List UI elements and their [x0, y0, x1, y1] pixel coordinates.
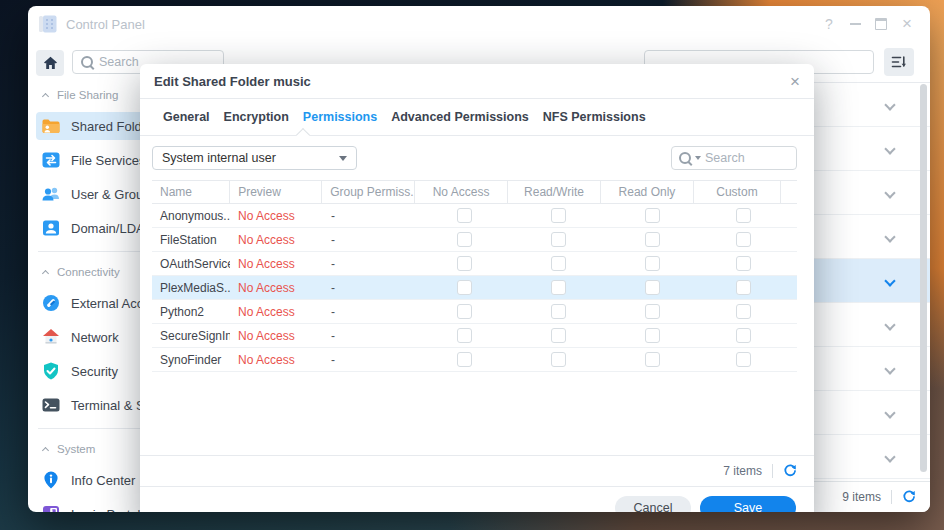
checkbox-read-only[interactable]	[645, 208, 660, 223]
control-panel-icon	[38, 14, 58, 34]
cell-name: SynoFinder	[152, 353, 230, 367]
chevron-down-icon[interactable]	[884, 451, 895, 462]
column-header-custom[interactable]: Custom	[693, 181, 780, 203]
checkbox-read-write[interactable]	[551, 328, 566, 343]
checkbox-custom[interactable]	[736, 328, 751, 343]
cell-name: PlexMediaS...	[152, 281, 230, 295]
checkbox-custom[interactable]	[736, 208, 751, 223]
window-controls: ? ×	[816, 11, 920, 37]
chevron-up-icon	[42, 270, 49, 277]
chevron-down-icon[interactable]	[884, 363, 895, 374]
search-icon	[679, 152, 691, 164]
table-row-selected[interactable]: PlexMediaS... No Access -	[152, 276, 797, 300]
dialog-close-icon[interactable]: ×	[790, 73, 800, 90]
table-row[interactable]: SynoFinder No Access -	[152, 348, 797, 372]
sidebar-item-label: Network	[71, 330, 119, 345]
checkbox-custom[interactable]	[736, 232, 751, 247]
chevron-down-icon[interactable]	[884, 187, 895, 198]
cell-group-permissions: -	[323, 329, 417, 343]
table-row[interactable]: FileStation No Access -	[152, 228, 797, 252]
cell-preview: No Access	[230, 353, 323, 367]
checkbox-no-access[interactable]	[457, 232, 472, 247]
table-header: Name Preview Group Permiss... No Access …	[152, 180, 797, 204]
sidebar-item-label: Security	[71, 364, 118, 379]
checkbox-read-write[interactable]	[551, 256, 566, 271]
checkbox-read-only[interactable]	[645, 280, 660, 295]
checkbox-custom[interactable]	[736, 280, 751, 295]
chevron-down-icon[interactable]	[884, 319, 895, 330]
checkbox-read-write[interactable]	[551, 352, 566, 367]
cell-name: SecureSignIn	[152, 329, 230, 343]
refresh-icon[interactable]	[902, 490, 916, 504]
dialog-controls: System internal user	[140, 136, 814, 180]
tab-general[interactable]: General	[156, 110, 217, 124]
checkbox-no-access[interactable]	[457, 208, 472, 223]
checkbox-read-only[interactable]	[645, 256, 660, 271]
minimize-icon[interactable]	[842, 11, 868, 37]
tab-advanced-permissions[interactable]: Advanced Permissions	[384, 110, 536, 124]
column-header-group-permissions[interactable]: Group Permiss...	[321, 181, 414, 203]
chevron-down-icon[interactable]	[884, 99, 895, 110]
login-portal-icon	[41, 504, 61, 512]
table-row[interactable]: Python2 No Access -	[152, 300, 797, 324]
table-row[interactable]: OAuthService No Access -	[152, 252, 797, 276]
close-icon[interactable]: ×	[894, 11, 920, 37]
cell-preview: No Access	[230, 281, 323, 295]
sort-icon	[891, 55, 907, 69]
tab-encryption[interactable]: Encryption	[217, 110, 296, 124]
window-titlebar[interactable]: Control Panel ? ×	[28, 6, 930, 42]
scrollbar[interactable]	[920, 84, 927, 472]
window-title: Control Panel	[66, 17, 145, 32]
dialog-search-input[interactable]	[705, 151, 789, 165]
divider	[891, 490, 892, 504]
column-header-read-only[interactable]: Read Only	[600, 181, 693, 203]
column-header-no-access[interactable]: No Access	[414, 181, 507, 203]
chevron-down-icon[interactable]	[884, 143, 895, 154]
help-icon[interactable]: ?	[816, 11, 842, 37]
refresh-icon[interactable]	[783, 464, 797, 478]
chevron-down-icon[interactable]	[884, 275, 895, 286]
user-type-select[interactable]: System internal user	[152, 146, 357, 170]
checkbox-custom[interactable]	[736, 304, 751, 319]
domain-ldap-icon	[41, 218, 61, 238]
table-row[interactable]: SecureSignIn No Access -	[152, 324, 797, 348]
column-header-read-write[interactable]: Read/Write	[507, 181, 600, 203]
cell-name: OAuthService	[152, 257, 230, 271]
checkbox-read-only[interactable]	[645, 304, 660, 319]
checkbox-no-access[interactable]	[457, 280, 472, 295]
section-label: File Sharing	[57, 89, 118, 101]
checkbox-read-write[interactable]	[551, 208, 566, 223]
tab-permissions[interactable]: Permissions	[296, 110, 384, 124]
dialog-search[interactable]	[671, 146, 797, 170]
tab-nfs-permissions[interactable]: NFS Permissions	[536, 110, 653, 124]
checkbox-no-access[interactable]	[457, 328, 472, 343]
checkbox-no-access[interactable]	[457, 304, 472, 319]
cell-preview: No Access	[230, 209, 323, 223]
maximize-icon[interactable]	[868, 11, 894, 37]
checkbox-custom[interactable]	[736, 256, 751, 271]
checkbox-no-access[interactable]	[457, 256, 472, 271]
save-button[interactable]: Save	[700, 496, 796, 513]
checkbox-read-only[interactable]	[645, 328, 660, 343]
checkbox-read-write[interactable]	[551, 232, 566, 247]
checkbox-read-only[interactable]	[645, 232, 660, 247]
cancel-button[interactable]: Cancel	[615, 496, 691, 513]
permissions-table: Name Preview Group Permiss... No Access …	[152, 180, 797, 372]
sort-button[interactable]	[884, 48, 914, 76]
cell-group-permissions: -	[323, 305, 417, 319]
cell-preview: No Access	[230, 305, 323, 319]
column-header-preview[interactable]: Preview	[229, 181, 321, 203]
home-button[interactable]	[36, 50, 64, 76]
checkbox-read-only[interactable]	[645, 352, 660, 367]
column-header-name[interactable]: Name	[152, 181, 229, 203]
chevron-down-icon[interactable]	[884, 407, 895, 418]
checkbox-custom[interactable]	[736, 352, 751, 367]
cell-preview: No Access	[230, 329, 323, 343]
table-row[interactable]: Anonymous... No Access -	[152, 204, 797, 228]
checkbox-read-write[interactable]	[551, 304, 566, 319]
chevron-down-icon[interactable]	[884, 231, 895, 242]
window-body: File Sharing Shared Folder File Services	[28, 42, 930, 512]
checkbox-no-access[interactable]	[457, 352, 472, 367]
checkbox-read-write[interactable]	[551, 280, 566, 295]
chevron-up-icon	[42, 447, 49, 454]
